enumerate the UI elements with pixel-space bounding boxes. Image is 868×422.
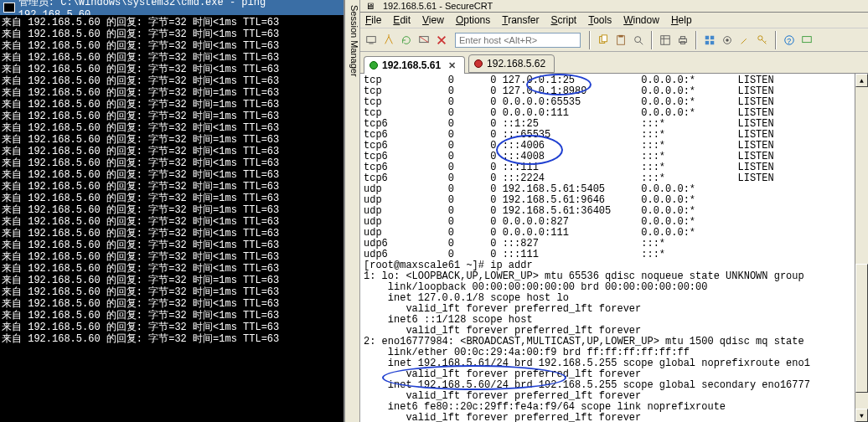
vertical-scrollbar[interactable]: ▲ ▼	[855, 74, 868, 422]
securecrt-title-text: 192.168.5.61 - SecureCRT	[383, 1, 493, 11]
properties-icon[interactable]	[658, 33, 673, 48]
help-icon[interactable]: ?	[782, 33, 797, 48]
paste-icon[interactable]	[613, 33, 628, 48]
menu-tools[interactable]: Tools	[588, 14, 612, 26]
svg-point-7	[635, 36, 641, 42]
menu-bar: FileEditViewOptionsTransferScriptToolsWi…	[360, 13, 868, 28]
svg-rect-21	[803, 36, 812, 42]
host-input[interactable]	[455, 33, 581, 48]
cmd-icon	[3, 3, 15, 13]
scroll-up-icon[interactable]: ▲	[855, 74, 868, 87]
sessions-icon[interactable]	[702, 33, 717, 48]
menu-view[interactable]: View	[422, 14, 444, 26]
toolbar: ?	[360, 28, 868, 52]
scroll-track[interactable]	[855, 87, 868, 409]
svg-rect-0	[367, 36, 376, 42]
print-icon[interactable]	[675, 33, 690, 48]
app-icon: 🖥	[365, 1, 375, 11]
menu-file[interactable]: File	[365, 14, 381, 26]
menu-help[interactable]: Help	[671, 14, 692, 26]
tab-label: 192.168.5.62	[487, 58, 545, 69]
cmd-output[interactable]: 来自 192.168.5.60 的回复: 字节=32 时间<1ms TTL=63…	[0, 15, 344, 422]
reconnect-icon[interactable]	[399, 33, 414, 48]
menu-transfer[interactable]: Transfer	[502, 14, 539, 26]
cmd-titlebar[interactable]: 管理员: C:\Windows\system32\cmd.exe - ping …	[0, 0, 344, 15]
session-manager-panel[interactable]: Session Manager	[345, 0, 360, 422]
menu-edit[interactable]: Edit	[393, 14, 411, 26]
about-icon[interactable]	[799, 33, 814, 48]
svg-text:?: ?	[787, 37, 791, 45]
session-tabs: 192.168.5.61✕192.168.5.62	[360, 52, 868, 74]
menu-options[interactable]: Options	[456, 14, 490, 26]
svg-rect-6	[618, 34, 623, 37]
session-manager-label: Session Manager	[349, 5, 359, 77]
key-icon[interactable]	[755, 33, 770, 48]
svg-rect-14	[705, 40, 709, 44]
connect-icon[interactable]	[364, 33, 379, 48]
svg-rect-8	[661, 35, 670, 44]
securecrt-titlebar[interactable]: 🖥 192.168.5.61 - SecureCRT	[360, 0, 868, 13]
svg-rect-10	[680, 36, 685, 39]
options-icon[interactable]	[720, 33, 735, 48]
svg-rect-12	[705, 35, 709, 39]
svg-rect-1	[369, 43, 373, 44]
svg-rect-15	[710, 40, 714, 44]
disconnected-icon	[474, 59, 483, 68]
connected-icon	[369, 61, 378, 69]
svg-rect-13	[710, 35, 714, 39]
quick-connect-icon[interactable]	[381, 33, 396, 48]
svg-rect-4	[602, 34, 607, 41]
tab-192-168-5-62[interactable]: 192.168.5.62	[468, 54, 555, 73]
find-icon[interactable]	[631, 33, 646, 48]
securecrt-window: Session Manager 🖥 192.168.5.61 - SecureC…	[345, 0, 868, 422]
menu-script[interactable]: Script	[551, 14, 577, 26]
disconnect-icon[interactable]	[416, 33, 431, 48]
cancel-icon[interactable]	[434, 33, 449, 48]
svg-point-17	[726, 39, 729, 42]
tab-label: 192.168.5.61	[382, 59, 441, 71]
cmd-window: 管理员: C:\Windows\system32\cmd.exe - ping …	[0, 0, 345, 422]
terminal-output[interactable]: tcp 0 0 127.0.0.1:25 0.0.0.0:* LISTEN tc…	[360, 74, 855, 422]
menu-window[interactable]: Window	[623, 14, 659, 26]
scroll-down-icon[interactable]: ▼	[855, 409, 868, 422]
tab-192-168-5-61[interactable]: 192.168.5.61✕	[364, 56, 465, 74]
copy-icon[interactable]	[596, 33, 611, 48]
close-icon[interactable]: ✕	[448, 60, 456, 71]
tools-icon[interactable]	[737, 33, 752, 48]
scroll-thumb[interactable]	[855, 264, 868, 393]
